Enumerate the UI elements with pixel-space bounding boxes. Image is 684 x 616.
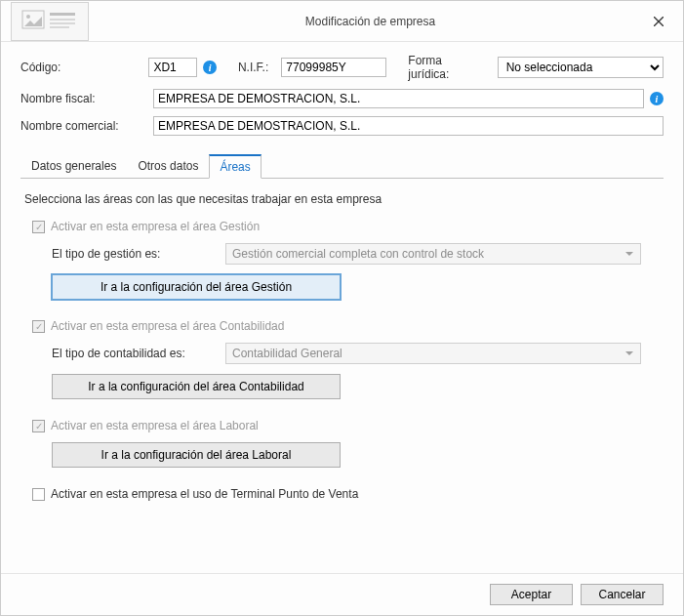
info-icon[interactable]: i (203, 61, 217, 74)
input-commercialname[interactable] (153, 116, 664, 136)
header-icon (11, 2, 89, 41)
label-contab-type: El tipo de contabilidad es: (52, 347, 225, 360)
row-contab-type: El tipo de contabilidad es: Contabilidad… (52, 343, 660, 364)
label-code: Código: (20, 61, 148, 74)
checkbox-tpv[interactable] (32, 488, 45, 501)
select-contab-type: Contabilidad General (225, 343, 641, 364)
info-icon[interactable]: i (650, 92, 664, 105)
svg-rect-5 (50, 26, 69, 28)
svg-rect-3 (50, 19, 75, 21)
check-row-tpv[interactable]: Activar en esta empresa el uso de Termin… (32, 487, 660, 501)
checkbox-laboral (32, 420, 45, 432)
row-code: Código: i N.I.F.: Forma jurídica: No sel… (20, 54, 664, 81)
input-code[interactable] (148, 58, 197, 77)
label-check-tpv: Activar en esta empresa el uso de Termin… (51, 487, 358, 501)
footer: Aceptar Cancelar (1, 573, 683, 615)
check-row-contab: Activar en esta empresa el área Contabil… (32, 319, 660, 333)
titlebar: Modificación de empresa (1, 1, 683, 42)
window-title: Modificación de empresa (97, 15, 644, 28)
tab-general[interactable]: Datos generales (20, 154, 127, 179)
input-fiscalname[interactable] (153, 89, 644, 108)
label-fiscalname: Nombre fiscal: (20, 92, 153, 105)
label-legalform: Forma jurídica: (408, 54, 483, 81)
button-goto-laboral[interactable]: Ir a la configuración del área Laboral (52, 442, 341, 468)
accept-button[interactable]: Aceptar (490, 584, 573, 605)
check-row-laboral: Activar en esta empresa el área Laboral (32, 419, 660, 432)
label-commercialname: Nombre comercial: (20, 119, 153, 133)
dialog-window: Modificación de empresa Código: i N.I.F.… (0, 0, 684, 616)
svg-rect-2 (50, 13, 75, 16)
check-row-gestion: Activar en esta empresa el área Gestión (32, 220, 660, 233)
svg-point-1 (26, 15, 30, 19)
tab-areas[interactable]: Áreas (209, 154, 261, 179)
checkbox-gestion (32, 221, 45, 233)
label-nif: N.I.F.: (238, 61, 281, 74)
input-nif[interactable] (281, 58, 386, 77)
tab-other[interactable]: Otros datos (127, 154, 209, 179)
close-button[interactable] (644, 7, 673, 36)
label-check-contab: Activar en esta empresa el área Contabil… (51, 319, 284, 333)
form-body: Código: i N.I.F.: Forma jurídica: No sel… (1, 42, 683, 573)
areas-intro: Selecciona las áreas con las que necesit… (24, 192, 660, 206)
cancel-button[interactable]: Cancelar (581, 584, 664, 605)
row-gestion-type: El tipo de gestión es: Gestión comercial… (52, 243, 660, 265)
checkbox-contab (32, 320, 45, 333)
tab-body-areas: Selecciona las áreas con las que necesit… (20, 179, 664, 514)
row-fiscalname: Nombre fiscal: i (20, 89, 664, 108)
label-check-gestion: Activar en esta empresa el área Gestión (51, 220, 260, 233)
select-gestion-type: Gestión comercial completa con control d… (225, 243, 641, 265)
svg-rect-4 (50, 22, 75, 24)
button-goto-gestion[interactable]: Ir a la configuración del área Gestión (52, 274, 341, 300)
row-commercialname: Nombre comercial: (20, 116, 664, 136)
button-goto-contab[interactable]: Ir a la configuración del área Contabili… (52, 374, 341, 399)
label-check-laboral: Activar en esta empresa el área Laboral (51, 419, 259, 432)
select-legalform[interactable]: No seleccionada (498, 57, 664, 78)
tabs: Datos generales Otros datos Áreas (20, 153, 664, 179)
label-gestion-type: El tipo de gestión es: (52, 247, 225, 261)
